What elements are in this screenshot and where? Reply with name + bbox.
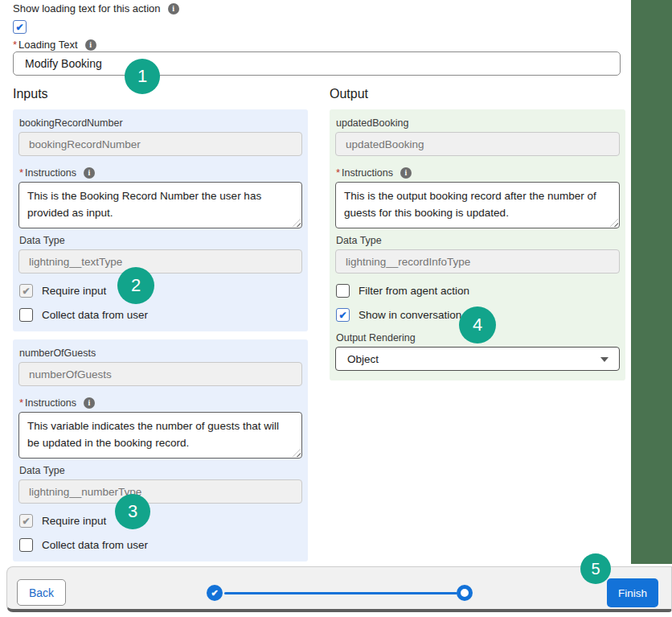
inputs-column: Inputs bookingRecordNumber bookingRecord…: [13, 87, 308, 561]
variable-name-value: numberOfGuests: [29, 368, 112, 380]
require-input-label: Require input: [42, 515, 106, 527]
instructions-label-text: Instructions: [342, 167, 393, 179]
data-type-value: lightning__textType: [29, 256, 122, 268]
annotation-marker-2: 2: [117, 267, 154, 304]
show-in-conversation-checkbox[interactable]: ✔: [336, 308, 350, 322]
loading-toggle-label-text: Show loading text for this action: [13, 2, 161, 14]
variable-name-input: updatedBooking: [335, 132, 620, 156]
instructions-textarea[interactable]: This is the Booking Record Number the us…: [18, 182, 302, 228]
loading-text-input[interactable]: Modify Booking: [13, 51, 621, 76]
annotation-marker-4: 4: [459, 306, 496, 343]
output-rendering-select[interactable]: Object: [335, 347, 620, 371]
info-icon[interactable]: i: [400, 167, 412, 179]
require-input-checkbox[interactable]: ✔: [19, 284, 33, 298]
require-input-row: ✔ Require input: [19, 284, 302, 298]
filter-agent-action-label: Filter from agent action: [359, 285, 469, 297]
info-icon[interactable]: i: [84, 167, 95, 179]
collect-data-checkbox[interactable]: [19, 538, 33, 552]
data-type-label: Data Type: [19, 235, 302, 246]
filter-agent-action-checkbox[interactable]: [336, 284, 350, 298]
required-asterisk: *: [13, 39, 17, 51]
collect-data-label: Collect data from user: [42, 539, 148, 551]
instructions-value: This is the Booking Record Number the us…: [27, 190, 261, 219]
required-asterisk: *: [19, 397, 23, 409]
annotation-marker-5: 5: [580, 553, 611, 584]
chevron-down-icon: [600, 357, 608, 362]
wizard-footer: Back ✔ Finish: [6, 566, 672, 612]
instructions-textarea[interactable]: This is the output booking record after …: [335, 182, 620, 228]
variable-name-input: numberOfGuests: [18, 362, 302, 386]
annotation-marker-1: 1: [125, 59, 160, 94]
annotation-marker-3: 3: [115, 494, 150, 529]
data-type-input: lightning__numberType: [18, 479, 302, 504]
filter-agent-action-row: Filter from agent action: [336, 284, 620, 298]
resize-grip-icon[interactable]: [293, 219, 301, 227]
collect-data-row: Collect data from user: [19, 308, 302, 322]
output-heading: Output: [330, 87, 625, 101]
loading-text-label-text: Loading Text: [18, 39, 78, 51]
instructions-label-text: Instructions: [25, 167, 76, 179]
resize-grip-icon[interactable]: [610, 219, 618, 227]
info-icon[interactable]: i: [84, 397, 95, 409]
collect-data-checkbox[interactable]: [19, 308, 33, 322]
output-rendering-value: Object: [347, 353, 379, 365]
progress-line: [224, 592, 457, 594]
info-icon[interactable]: i: [168, 3, 179, 14]
require-input-checkbox[interactable]: ✔: [19, 514, 33, 528]
variable-name-value: bookingRecordNumber: [29, 138, 141, 150]
data-type-input: lightning__textType: [18, 249, 302, 274]
required-asterisk: *: [19, 167, 23, 179]
variable-name-label: bookingRecordNumber: [19, 117, 302, 129]
info-icon[interactable]: i: [85, 39, 96, 51]
variable-name-label: updatedBooking: [336, 117, 620, 129]
show-in-conversation-label: Show in conversation: [359, 309, 461, 321]
collect-data-label: Collect data from user: [42, 309, 148, 321]
variable-name-value: updatedBooking: [346, 138, 424, 150]
data-type-value: lightning__recordInfoType: [346, 256, 470, 268]
input-panel-bookingRecordNumber: bookingRecordNumber bookingRecordNumber …: [13, 109, 308, 331]
resize-grip-icon[interactable]: [293, 449, 301, 457]
data-type-input: lightning__recordInfoType: [335, 249, 620, 274]
instructions-label: * Instructions i: [19, 397, 302, 409]
instructions-label: * Instructions i: [336, 167, 620, 179]
instructions-value: This is the output booking record after …: [344, 190, 596, 219]
collect-data-row: Collect data from user: [19, 538, 302, 552]
back-button[interactable]: Back: [17, 579, 66, 606]
data-type-label: Data Type: [19, 465, 302, 476]
side-strip: [631, 0, 672, 564]
variable-name-label: numberOfGuests: [19, 348, 302, 359]
loading-text-label: * Loading Text i: [13, 39, 96, 51]
require-input-label: Require input: [42, 285, 106, 297]
require-input-row: ✔ Require input: [19, 514, 302, 528]
instructions-label: * Instructions i: [19, 167, 302, 179]
required-asterisk: *: [336, 167, 340, 179]
inputs-heading: Inputs: [13, 87, 308, 101]
loading-toggle-checkbox[interactable]: ✔: [13, 20, 27, 34]
instructions-value: This variable indicates the number of gu…: [27, 420, 279, 449]
loading-text-value: Modify Booking: [25, 57, 102, 70]
finish-button[interactable]: Finish: [607, 578, 658, 607]
data-type-label: Data Type: [336, 235, 620, 246]
progress-step-current-icon[interactable]: [457, 585, 473, 601]
input-panel-numberOfGuests: numberOfGuests numberOfGuests * Instruct…: [13, 339, 308, 561]
instructions-label-text: Instructions: [25, 397, 76, 409]
variable-name-input: bookingRecordNumber: [18, 132, 302, 156]
instructions-textarea[interactable]: This variable indicates the number of gu…: [18, 412, 302, 459]
progress-step-complete-icon[interactable]: ✔: [207, 585, 223, 601]
loading-toggle-label: Show loading text for this action i: [13, 2, 179, 14]
